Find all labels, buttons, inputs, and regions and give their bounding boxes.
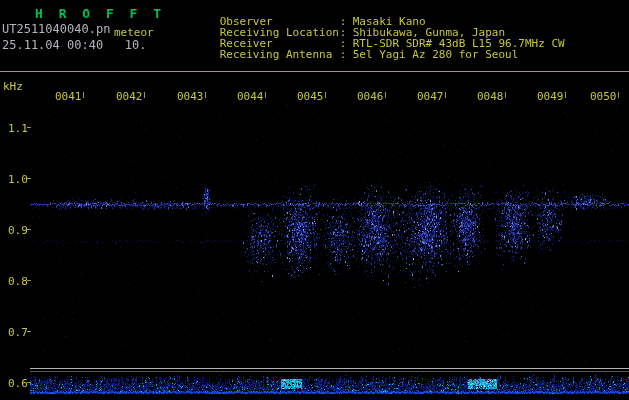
station-info: Observer:Masaki Kano Receiving Location:…	[180, 5, 565, 49]
info-value: 5el Yagi Az 280 for Seoul	[353, 48, 519, 61]
time-tick-label: 0046	[357, 90, 384, 103]
time-tick-label: 0044	[237, 90, 264, 103]
app-title: H R O F F T	[35, 6, 165, 21]
info-label: Receiving Antenna	[220, 49, 340, 60]
info-colon: :	[340, 49, 348, 60]
freq-tick-label: 1.1	[8, 122, 28, 135]
freq-tick-label: 0.7	[8, 326, 28, 339]
freq-unit-label: kHz	[3, 80, 23, 93]
freq-tick-label: 0.6	[8, 377, 28, 390]
time-tick-label: 0047	[417, 90, 444, 103]
output-filename: UT2511040040.pn	[2, 22, 110, 36]
time-tick-label: 0045	[297, 90, 324, 103]
observation-datetime: 25.11.04 00:40 10.	[2, 38, 147, 52]
freq-tick-label: 1.0	[8, 173, 28, 186]
time-tick-label: 0048	[477, 90, 504, 103]
time-tick-label: 0049	[537, 90, 564, 103]
freq-tick-label: 0.9	[8, 224, 28, 237]
time-tick-label: 0043	[177, 90, 204, 103]
header-separator-line	[0, 71, 629, 72]
time-tick-label: 0041	[55, 90, 82, 103]
time-tick-label: 0042	[116, 90, 143, 103]
time-tick-label: 0050	[590, 90, 617, 103]
observer-row: Observer:Masaki Kano	[180, 5, 565, 16]
freq-tick-label: 0.8	[8, 275, 28, 288]
hrofft-screen: H R O F F T UT2511040040.pn meteor 25.11…	[0, 0, 629, 400]
